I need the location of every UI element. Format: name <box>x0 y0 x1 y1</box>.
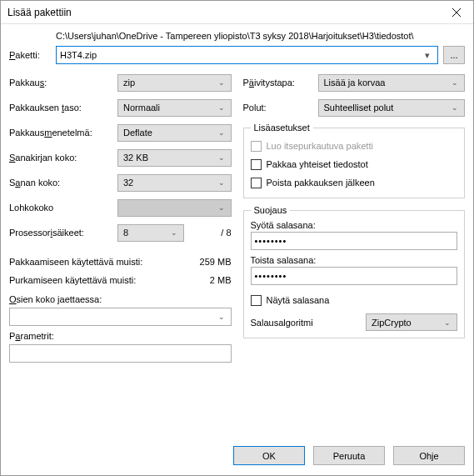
level-dropdown[interactable]: Normaali ⌄ <box>117 99 232 117</box>
chevron-down-icon: ⌄ <box>216 178 227 187</box>
chevron-down-icon: ⌄ <box>216 78 227 87</box>
close-icon <box>452 8 461 17</box>
mem-compress-value: 259 MB <box>182 257 232 267</box>
password2-label: Toista salasana: <box>251 255 458 265</box>
chevron-down-icon: ⌄ <box>216 103 227 112</box>
password2-input[interactable]: •••••••• <box>251 267 458 285</box>
format-dropdown[interactable]: zip ⌄ <box>117 74 232 92</box>
delete-label: Poista pakkauksen jälkeen <box>267 178 375 188</box>
paths-label: Polut: <box>243 103 318 113</box>
method-label: Pakkausmenetelmä: <box>9 128 117 138</box>
archive-path: C:\Users\juhan\OneDrive - Tampereen ylio… <box>56 31 465 41</box>
paths-value: Suhteelliset polut <box>324 103 450 113</box>
method-dropdown[interactable]: Deflate ⌄ <box>117 124 232 142</box>
chevron-down-icon: ⌄ <box>449 78 461 87</box>
word-value: 32 <box>123 178 216 188</box>
params-label: Parametrit: <box>9 331 232 341</box>
chevron-down-icon: ⌄ <box>216 153 227 162</box>
sfx-checkbox-row: Luo itsepurkautuva paketti <box>251 138 458 154</box>
level-value: Normaali <box>123 103 216 113</box>
options-legend: Lisäasetukset <box>251 123 313 133</box>
params-input[interactable] <box>9 344 232 363</box>
mem-compress-label: Pakkaamiseen käytettävä muisti: <box>9 257 182 267</box>
archive-name-text: H3T4.zip <box>60 50 421 60</box>
chevron-down-icon: ⌄ <box>216 313 227 321</box>
shared-label: Pakkaa yhteiset tiedostot <box>267 159 368 169</box>
chevron-down-icon: ⌄ <box>442 318 453 327</box>
threads-dropdown[interactable]: 8 ⌄ <box>117 224 184 242</box>
update-dropdown[interactable]: Lisää ja korvaa ⌄ <box>318 74 466 92</box>
browse-label: ... <box>450 50 457 60</box>
showpw-label: Näytä salasana <box>267 295 330 305</box>
delete-checkbox[interactable] <box>251 178 262 188</box>
password-input[interactable]: •••••••• <box>251 232 458 250</box>
dialog-window: Lisää pakettiin Paketti: C:\Users\juhan\… <box>0 0 474 476</box>
shared-checkbox-row[interactable]: Pakkaa yhteiset tiedostot <box>251 156 458 173</box>
password-label: Syötä salasana: <box>251 220 458 230</box>
split-label: Osien koko jaettaessa: <box>9 294 232 304</box>
word-dropdown[interactable]: 32 ⌄ <box>117 174 232 192</box>
level-label: Pakkauksen taso: <box>9 103 117 113</box>
split-combo[interactable]: ⌄ <box>9 308 232 326</box>
threads-max: / 8 <box>221 228 231 238</box>
dict-dropdown[interactable]: 32 KB ⌄ <box>117 149 232 167</box>
window-title: Lisää pakettiin <box>7 7 440 18</box>
update-value: Lisää ja korvaa <box>324 78 450 88</box>
block-label: Lohkokoko <box>9 203 117 213</box>
chevron-down-icon: ⌄ <box>449 103 461 112</box>
cancel-button[interactable]: Peruuta <box>313 446 385 465</box>
sfx-label: Luo itsepurkautuva paketti <box>267 141 373 151</box>
mem-decompress-value: 2 MB <box>182 275 232 285</box>
encmethod-label: Salausalgoritmi <box>251 318 367 328</box>
chevron-down-icon: ▾ <box>421 50 434 61</box>
shared-checkbox[interactable] <box>251 159 262 170</box>
browse-button[interactable]: ... <box>443 46 465 64</box>
mem-decompress-label: Purkamiseen käytettävä muisti: <box>9 275 182 285</box>
format-label: Pakkaus: <box>9 78 117 88</box>
encryption-legend: Suojaus <box>251 205 291 215</box>
showpw-checkbox[interactable] <box>251 295 262 306</box>
paths-dropdown[interactable]: Suhteelliset polut ⌄ <box>318 99 466 117</box>
button-row: OK Peruuta Ohje <box>1 438 473 475</box>
dict-value: 32 KB <box>123 153 216 163</box>
close-button[interactable] <box>440 1 473 24</box>
encmethod-value: ZipCrypto <box>372 318 442 328</box>
encryption-fieldset: Suojaus Syötä salasana: •••••••• Toista … <box>243 205 466 338</box>
chevron-down-icon: ⌄ <box>216 128 227 137</box>
ok-button[interactable]: OK <box>233 446 305 465</box>
sfx-checkbox <box>251 141 262 152</box>
block-dropdown: ⌄ <box>117 199 232 217</box>
options-fieldset: Lisäasetukset Luo itsepurkautuva paketti… <box>243 123 466 198</box>
delete-checkbox-row[interactable]: Poista pakkauksen jälkeen <box>251 174 458 191</box>
threads-label: Prosessorisäikeet: <box>9 228 117 238</box>
format-value: zip <box>123 78 216 88</box>
archive-label-2: Paketti: <box>9 50 56 60</box>
encmethod-dropdown[interactable]: ZipCrypto ⌄ <box>366 313 457 331</box>
word-label: Sanan koko: <box>9 178 117 188</box>
help-button[interactable]: Ohje <box>393 446 465 465</box>
chevron-down-icon: ⌄ <box>168 228 180 237</box>
chevron-down-icon: ⌄ <box>216 203 227 212</box>
method-value: Deflate <box>123 128 216 138</box>
dict-label: Sanakirjan koko: <box>9 153 117 163</box>
archive-name-combo[interactable]: H3T4.zip ▾ <box>56 46 438 64</box>
titlebar: Lisää pakettiin <box>1 1 473 24</box>
showpw-checkbox-row[interactable]: Näytä salasana <box>251 292 458 308</box>
update-label: Päivitystapa: <box>243 78 318 88</box>
threads-value: 8 <box>123 228 168 238</box>
